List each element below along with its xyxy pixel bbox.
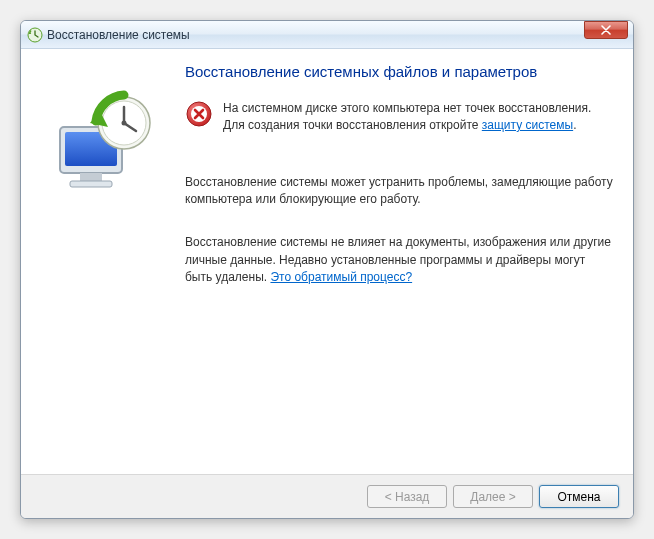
close-icon: [601, 25, 611, 35]
svg-rect-3: [80, 173, 102, 181]
window-title: Восстановление системы: [47, 28, 629, 42]
svg-point-7: [122, 121, 127, 126]
system-protection-link[interactable]: защиту системы: [482, 118, 573, 132]
error-icon: [185, 100, 213, 128]
error-text-part2: .: [573, 118, 576, 132]
dialog-body: Восстановление системных файлов и параме…: [21, 49, 633, 474]
reversible-process-link[interactable]: Это обратимый процесс?: [270, 270, 412, 284]
info-paragraph-1: Восстановление системы может устранить п…: [185, 174, 613, 209]
graphic-pane: [37, 63, 177, 466]
system-restore-icon: [27, 27, 43, 43]
system-restore-window: Восстановление системы: [20, 20, 634, 519]
next-button: Далее >: [453, 485, 533, 508]
page-heading: Восстановление системных файлов и параме…: [185, 63, 613, 80]
content-pane: Восстановление системных файлов и параме…: [177, 63, 617, 466]
error-text: На системном диске этого компьютера нет …: [223, 100, 613, 134]
error-message: На системном диске этого компьютера нет …: [185, 100, 613, 134]
cancel-button[interactable]: Отмена: [539, 485, 619, 508]
svg-rect-4: [70, 181, 112, 187]
back-button: < Назад: [367, 485, 447, 508]
button-bar: < Назад Далее > Отмена: [21, 474, 633, 518]
titlebar: Восстановление системы: [21, 21, 633, 49]
close-button[interactable]: [584, 21, 628, 39]
info-paragraph-2: Восстановление системы не влияет на доку…: [185, 234, 613, 286]
restore-graphic-icon: [52, 87, 162, 197]
